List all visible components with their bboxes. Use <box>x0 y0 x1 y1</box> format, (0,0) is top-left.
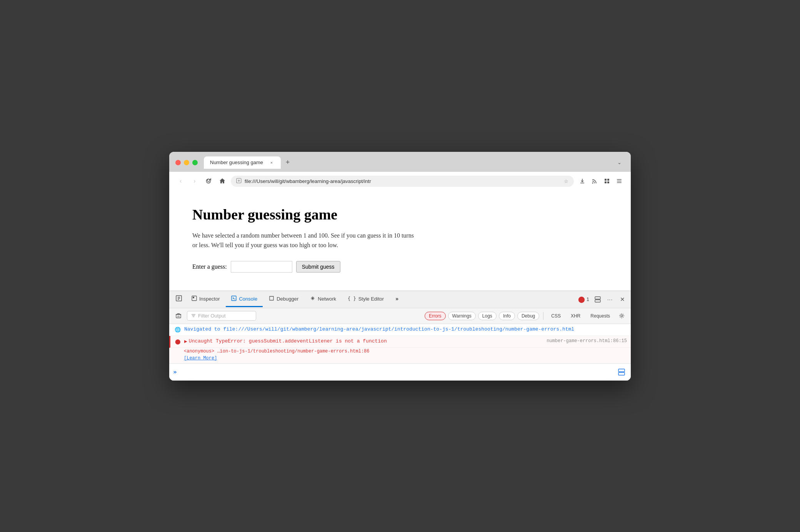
devtools-tab-console[interactable]: Console <box>226 292 263 307</box>
reload-button[interactable] <box>203 176 214 186</box>
forward-button[interactable]: › <box>189 176 200 186</box>
page-title: Number guessing game <box>192 206 608 223</box>
tab-bar: Number guessing game × + ⌄ <box>204 156 625 169</box>
download-button[interactable] <box>577 176 588 186</box>
devtools-tab-network[interactable]: Network <box>305 292 342 307</box>
home-button[interactable] <box>217 176 228 186</box>
filter-info-chip[interactable]: Info <box>499 312 515 320</box>
error-source-link[interactable]: number-game-errors.html:86:15 <box>539 338 627 344</box>
game-form: Enter a guess: Submit guess <box>192 261 608 273</box>
svg-rect-4 <box>605 181 607 183</box>
guess-label: Enter a guess: <box>192 263 227 270</box>
split-console-button[interactable] <box>592 294 603 305</box>
error-indicator-icon: ⬤ <box>578 296 585 303</box>
svg-rect-11 <box>193 297 194 298</box>
error-sub-line-0: <anonymous> …ion-to-js-1/troubleshooting… <box>184 348 627 355</box>
title-bar-top: Number guessing game × + ⌄ <box>175 156 625 169</box>
filter-debug-chip[interactable]: Debug <box>517 312 539 320</box>
svg-rect-6 <box>617 179 622 180</box>
navigation-message-text: Navigated to file:///Users/will/git/wbam… <box>184 326 627 332</box>
extensions-button[interactable] <box>602 176 612 186</box>
clear-console-button[interactable] <box>173 311 184 321</box>
svg-rect-5 <box>607 181 609 183</box>
svg-rect-2 <box>605 179 607 181</box>
close-devtools-button[interactable]: ✕ <box>617 294 628 305</box>
filter-xhr-type[interactable]: XHR <box>567 312 584 320</box>
tab-overflow-button[interactable]: ⌄ <box>614 158 625 167</box>
devtools-tab-debugger[interactable]: Debugger <box>263 292 304 307</box>
console-icon <box>231 296 237 302</box>
rss-button[interactable] <box>589 176 600 186</box>
maximize-button[interactable] <box>192 160 198 165</box>
new-tab-button[interactable]: + <box>282 157 293 168</box>
browser-window: Number guessing game × + ⌄ ‹ › <box>169 152 631 381</box>
svg-rect-8 <box>617 183 622 183</box>
filter-divider <box>543 312 543 320</box>
bookmark-button[interactable]: ☆ <box>564 178 568 184</box>
filter-errors-chip[interactable]: Errors <box>425 312 446 320</box>
network-icon <box>310 296 315 302</box>
svg-rect-18 <box>618 369 625 372</box>
inspector-icon <box>192 296 197 302</box>
nav-actions <box>577 176 625 186</box>
console-prompt-icon: » <box>173 368 177 376</box>
navigation-bar: ‹ › file:///Users/will/git/wbamberg/lear… <box>169 172 631 191</box>
tab-title: Number guessing game <box>210 160 265 165</box>
menu-button[interactable] <box>614 176 625 186</box>
svg-point-17 <box>621 315 623 317</box>
page-content: Number guessing game We have selected a … <box>169 191 631 291</box>
filter-output-input[interactable]: Filter Output <box>187 311 256 321</box>
back-button[interactable]: ‹ <box>175 176 186 186</box>
filter-css-type[interactable]: CSS <box>547 312 565 320</box>
address-text: file:///Users/will/git/wbamberg/learning… <box>245 178 561 184</box>
error-message-text: Uncaught TypeError: guessSubmit.addevent… <box>189 338 539 344</box>
page-description: We have selected a random number between… <box>192 231 415 250</box>
console-settings-button[interactable] <box>616 311 627 321</box>
svg-rect-7 <box>617 181 622 181</box>
devtools-tab-bar: Inspector Console Debu <box>169 291 631 308</box>
svg-point-1 <box>592 183 593 184</box>
inspector-label: Inspector <box>199 296 220 302</box>
error-icon: ⬤ <box>174 338 181 345</box>
style-editor-label: Style Editor <box>358 296 384 302</box>
submit-guess-button[interactable]: Submit guess <box>296 261 340 273</box>
error-line-main: ⬤ ▶ Uncaught TypeError: guessSubmit.adde… <box>169 336 631 348</box>
devtools-tab-inspector[interactable]: Inspector <box>186 292 225 307</box>
address-bar[interactable]: file:///Users/will/git/wbamberg/learning… <box>231 176 574 187</box>
page-icon <box>236 178 242 185</box>
network-label: Network <box>318 296 336 302</box>
guess-input[interactable] <box>231 261 292 273</box>
console-input[interactable] <box>180 369 616 375</box>
devtools-tab-picker[interactable] <box>172 291 185 308</box>
filter-chips: Errors Warnings Logs Info Debug CSS <box>425 311 627 321</box>
svg-rect-14 <box>595 297 600 299</box>
svg-marker-13 <box>270 296 273 300</box>
filter-requests-type[interactable]: Requests <box>587 312 614 320</box>
console-input-row: » <box>169 363 631 381</box>
learn-more-link[interactable]: [Learn More] <box>184 355 627 362</box>
more-options-button[interactable]: ··· <box>605 294 615 305</box>
console-output: 🌐 Navigated to file:///Users/will/git/wb… <box>169 324 631 363</box>
console-message-navigation: 🌐 Navigated to file:///Users/will/git/wb… <box>169 324 631 336</box>
devtools-tab-more[interactable]: » <box>390 292 404 307</box>
split-console-icon-button[interactable] <box>616 367 627 377</box>
filter-warnings-chip[interactable]: Warnings <box>448 312 476 320</box>
browser-tab-active[interactable]: Number guessing game × <box>204 156 281 169</box>
filter-placeholder: Filter Output <box>198 313 226 319</box>
svg-rect-3 <box>607 179 609 181</box>
traffic-lights <box>175 160 198 165</box>
more-tabs-icon: » <box>395 296 398 302</box>
console-message-error: ⬤ ▶ Uncaught TypeError: guessSubmit.adde… <box>169 336 631 363</box>
error-sub-lines: <anonymous> …ion-to-js-1/troubleshooting… <box>169 348 631 363</box>
devtools-panel: Inspector Console Debu <box>169 291 631 381</box>
filter-logs-chip[interactable]: Logs <box>478 312 497 320</box>
svg-rect-10 <box>192 296 197 301</box>
error-count: 1 <box>587 296 589 302</box>
minimize-button[interactable] <box>184 160 189 165</box>
console-toolbar: Filter Output Errors Warnings Logs Info … <box>169 308 631 324</box>
close-button[interactable] <box>175 160 181 165</box>
tab-close-button[interactable]: × <box>268 160 275 166</box>
error-expand-button[interactable]: ▶ <box>184 338 187 344</box>
devtools-tab-style-editor[interactable]: { } Style Editor <box>342 292 389 307</box>
style-editor-icon: { } <box>348 296 356 301</box>
